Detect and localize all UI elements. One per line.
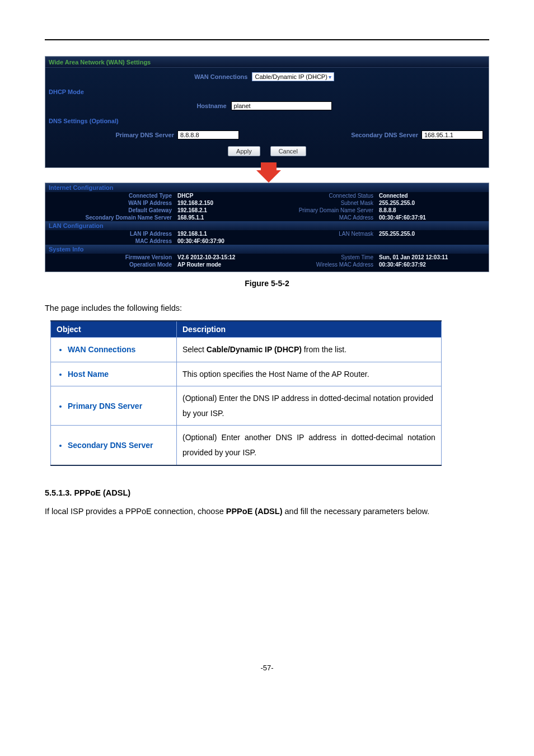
dhcp-mode-label: DHCP Mode <box>45 87 489 97</box>
internet-config-header: Internet Configuration <box>45 183 489 192</box>
pdns-label: Primary DNS Server <box>45 132 174 138</box>
pdns-input[interactable]: 8.8.8.8 <box>177 130 239 139</box>
desc-primary-dns: (Optional) Enter the DNS IP address in d… <box>177 386 442 426</box>
desc-host-name: This option specifies the Host Name of t… <box>177 362 442 386</box>
desc-secondary-dns: (Optional) Enter another DNS IP address … <box>177 426 442 465</box>
desc-wan-connections: Select Cable/Dynamic IP (DHCP) from the … <box>177 338 442 362</box>
intro-text: The page includes the following fields: <box>45 304 489 312</box>
obj-secondary-dns: Secondary DNS Server <box>68 441 171 450</box>
sys-info-header: System Info <box>45 245 489 254</box>
hostname-input[interactable]: planet <box>231 101 332 110</box>
col-object: Object <box>51 321 177 338</box>
arrow-indicator <box>45 168 489 183</box>
wan-conn-select[interactable]: Cable/Dynamic IP (DHCP) ▾ <box>252 72 334 81</box>
chevron-down-icon: ▾ <box>329 74 331 80</box>
hostname-label: Hostname <box>196 102 226 109</box>
obj-host-name: Host Name <box>68 370 171 379</box>
wan-settings-panel: Wide Area Network (WAN) Settings WAN Con… <box>45 56 489 168</box>
obj-wan-connections: WAN Connections <box>68 345 171 354</box>
sdns-input[interactable]: 168.95.1.1 <box>421 130 483 139</box>
obj-primary-dns: Primary DNS Server <box>68 402 171 410</box>
status-panel: Internet Configuration Connected Type DH… <box>45 183 489 272</box>
page-number: -57- <box>45 664 489 672</box>
sdns-label: Secondary DNS Server <box>351 132 418 138</box>
section-heading: 5.5.1.3. PPPoE (ADSL) <box>45 488 489 497</box>
figure-caption: Figure 5-5-2 <box>45 279 489 288</box>
wan-conn-label: WAN Connections <box>194 73 247 80</box>
apply-button[interactable]: Apply <box>228 146 260 156</box>
wan-title: Wide Area Network (WAN) Settings <box>45 57 489 68</box>
col-description: Description <box>177 321 442 338</box>
dns-settings-label: DNS Settings (Optional) <box>45 116 489 126</box>
cancel-button[interactable]: Cancel <box>270 146 306 156</box>
section-body: If local ISP provides a PPPoE connection… <box>45 505 489 518</box>
lan-config-header: LAN Configuration <box>45 221 489 230</box>
fields-table: Object Description WAN Connections Selec… <box>50 320 442 466</box>
